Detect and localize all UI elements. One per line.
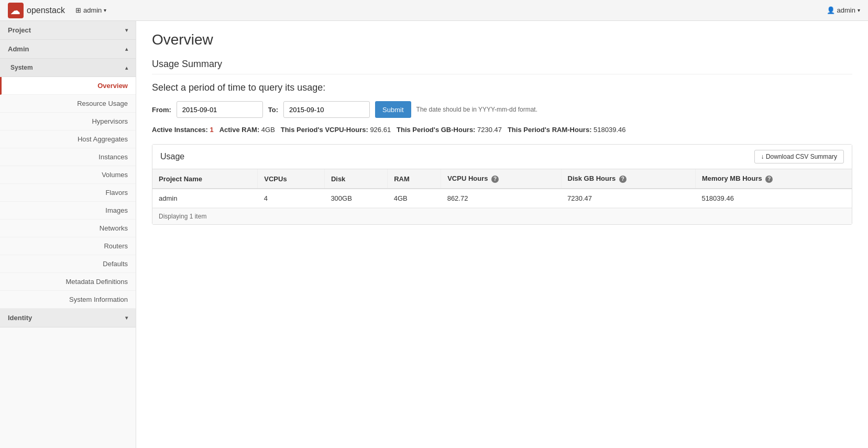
stats-row: Active Instances: 1 Active RAM: 4GB This… (152, 126, 852, 134)
query-text: Select a period of time to query its usa… (152, 82, 852, 93)
active-instances-label: Active Instances: (152, 126, 208, 134)
sidebar-section-system[interactable]: System ▴ (0, 59, 136, 77)
cell-memory-mb-hours: 518039.46 (695, 189, 852, 208)
cell-ram: 4GB (388, 189, 441, 208)
download-csv-button[interactable]: ↓ Download CSV Summary (754, 150, 844, 163)
sidebar-section-admin[interactable]: Admin ▴ (0, 40, 136, 59)
sidebar-item-routers[interactable]: Routers (0, 237, 136, 255)
svg-text:☁: ☁ (10, 6, 20, 16)
col-project-name: Project Name (152, 169, 258, 189)
col-memory-mb-hours: Memory MB Hours ? (695, 169, 852, 189)
sidebar-item-resource-usage[interactable]: Resource Usage (0, 95, 136, 113)
sidebar-item-hypervisors[interactable]: Hypervisors (0, 113, 136, 130)
from-date-input[interactable] (177, 101, 263, 118)
date-hint: The date should be in YYYY-mm-dd format. (416, 106, 537, 113)
system-caret: ▴ (125, 65, 128, 71)
table-header-row: Project Name VCPUs Disk RAM VCPU Hours ?… (152, 169, 852, 189)
gb-hours-value: 7230.47 (477, 126, 502, 134)
server-icon: ⊞ (75, 6, 81, 14)
section-title: Usage Summary (152, 59, 852, 74)
sidebar: Project ▾ Admin ▴ System ▴ Overview Reso… (0, 21, 136, 448)
col-disk-gb-hours: Disk GB Hours ? (561, 169, 695, 189)
submit-button[interactable]: Submit (375, 101, 411, 118)
user-icon: 👤 (827, 6, 835, 14)
sidebar-section-project[interactable]: Project ▾ (0, 21, 136, 40)
sidebar-section-project-label: Project (8, 26, 31, 34)
cell-project-name: admin (152, 189, 258, 208)
admin-menu-caret: ▾ (104, 7, 106, 13)
sidebar-item-volumes[interactable]: Volumes (0, 166, 136, 184)
sidebar-item-defaults[interactable]: Defaults (0, 255, 136, 273)
sidebar-item-flavors[interactable]: Flavors (0, 184, 136, 202)
sidebar-item-metadata-definitions[interactable]: Metadata Definitions (0, 273, 136, 291)
vcpu-hours-help-icon[interactable]: ? (491, 176, 499, 183)
vcpu-hours-value: 926.61 (370, 126, 391, 134)
brand-logo: ☁ openstack (8, 3, 65, 18)
sidebar-section-identity[interactable]: Identity ▾ (0, 309, 136, 327)
gb-hours-label: This Period's GB-Hours: (397, 126, 475, 134)
project-caret: ▾ (125, 27, 128, 33)
cell-disk-gb-hours: 7230.47 (561, 189, 695, 208)
admin-menu-button[interactable]: ⊞ admin ▾ (75, 6, 106, 14)
to-date-input[interactable] (283, 101, 370, 118)
table-footer: Displaying 1 item (152, 208, 852, 224)
sidebar-item-images[interactable]: Images (0, 202, 136, 220)
cell-vcpu-hours: 862.72 (441, 189, 561, 208)
col-disk: Disk (324, 169, 387, 189)
sidebar-item-host-aggregates[interactable]: Host Aggregates (0, 130, 136, 148)
user-menu-caret: ▾ (858, 7, 860, 13)
navbar: ☁ openstack ⊞ admin ▾ 👤 admin ▾ (0, 0, 868, 21)
user-menu-button[interactable]: 👤 admin ▾ (827, 6, 860, 14)
brand-name: openstack (27, 6, 65, 15)
usage-table: Project Name VCPUs Disk RAM VCPU Hours ?… (152, 169, 852, 208)
admin-caret: ▴ (125, 46, 128, 52)
sidebar-item-networks[interactable]: Networks (0, 220, 136, 237)
from-label: From: (152, 106, 171, 114)
ram-hours-label: This Period's RAM-Hours: (508, 126, 592, 134)
date-form-row: From: To: Submit The date should be in Y… (152, 101, 852, 118)
disk-gb-hours-help-icon[interactable]: ? (619, 176, 627, 183)
col-ram: RAM (388, 169, 441, 189)
to-label: To: (268, 106, 278, 114)
openstack-logo-icon: ☁ (8, 3, 24, 18)
col-vcpus: VCPUs (258, 169, 325, 189)
cell-disk: 300GB (324, 189, 387, 208)
active-ram-value: 4GB (261, 126, 275, 134)
active-instances-value: 1 (210, 126, 214, 134)
page-title: Overview (152, 31, 852, 48)
sidebar-item-overview[interactable]: Overview (0, 77, 136, 95)
memory-mb-hours-help-icon[interactable]: ? (765, 176, 773, 183)
usage-table-title: Usage (160, 152, 184, 161)
vcpu-hours-label: This Period's VCPU-Hours: (281, 126, 368, 134)
col-vcpu-hours: VCPU Hours ? (441, 169, 561, 189)
ram-hours-value: 518039.46 (594, 126, 625, 134)
sidebar-section-system-label: System (10, 64, 33, 71)
usage-section: Usage ↓ Download CSV Summary Project Nam… (152, 144, 852, 225)
identity-caret: ▾ (125, 315, 128, 321)
sidebar-section-identity-label: Identity (8, 314, 32, 322)
active-ram-label: Active RAM: (219, 126, 260, 134)
main-content: Overview Usage Summary Select a period o… (136, 21, 868, 448)
sidebar-item-instances[interactable]: Instances (0, 148, 136, 166)
sidebar-item-system-information[interactable]: System Information (0, 291, 136, 309)
table-row: admin 4 300GB 4GB 862.72 7230.47 518039.… (152, 189, 852, 208)
cell-vcpus: 4 (258, 189, 325, 208)
sidebar-section-admin-label: Admin (8, 45, 29, 53)
usage-header: Usage ↓ Download CSV Summary (152, 145, 852, 169)
